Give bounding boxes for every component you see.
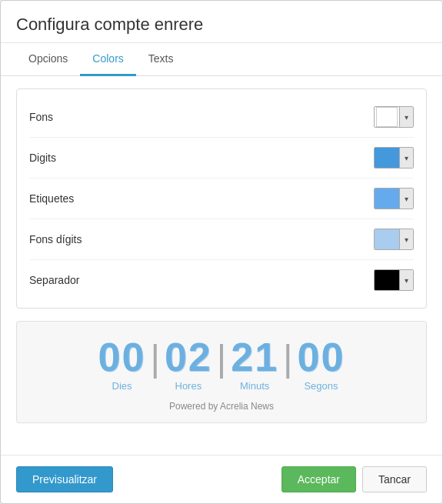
cancel-button[interactable]: Tancar xyxy=(362,466,427,492)
color-dropdown-arrow-fons-digits: ▾ xyxy=(399,229,413,249)
color-swatch-separador xyxy=(375,270,399,290)
accept-button[interactable]: Acceptar xyxy=(281,466,356,492)
color-swatch-fons xyxy=(376,107,398,127)
tabs-bar: Opcions Colors Texts xyxy=(1,43,442,76)
color-label-digits: Digits xyxy=(29,152,56,164)
color-picker-fons-digits[interactable]: ▾ xyxy=(374,229,414,250)
footer-right: Acceptar Tancar xyxy=(281,466,427,492)
powered-by: Powered by Acrelia News xyxy=(169,401,274,412)
color-row-digits: Digits ▾ xyxy=(29,138,414,179)
color-dropdown-arrow-etiquetes: ▾ xyxy=(399,189,413,209)
separator-2: | xyxy=(212,340,231,377)
countdown-label-hores: Hores xyxy=(175,380,202,392)
countdown-unit-dies: 00 Dies xyxy=(98,337,146,392)
color-row-etiquetes: Etiquetes ▾ xyxy=(29,179,414,219)
color-swatch-digits xyxy=(375,148,399,168)
color-swatch-fons-digits xyxy=(375,229,399,249)
dialog: Configura compte enrere Opcions Colors T… xyxy=(0,0,443,504)
color-label-etiquetes: Etiquetes xyxy=(29,192,74,205)
preview-section: 00 Dies | 02 Hores | 21 Minuts | 00 Sego… xyxy=(16,321,427,423)
color-swatch-etiquetes xyxy=(375,189,399,209)
color-label-fons-digits: Fons dígits xyxy=(29,233,82,245)
countdown-label-minuts: Minuts xyxy=(240,380,269,392)
color-label-fons: Fons xyxy=(29,111,53,123)
tab-opcions[interactable]: Opcions xyxy=(16,43,80,76)
color-dropdown-arrow-separador: ▾ xyxy=(399,270,413,290)
color-row-fons-digits: Fons dígits ▾ xyxy=(29,219,414,260)
color-row-separador: Separador ▾ xyxy=(29,260,414,300)
color-row-fons: Fons ▾ xyxy=(29,97,414,138)
dialog-footer: Previsualitzar Acceptar Tancar xyxy=(1,455,442,503)
tab-texts[interactable]: Texts xyxy=(136,43,186,76)
color-dropdown-arrow-fons: ▾ xyxy=(399,107,413,127)
countdown-unit-hores: 02 Hores xyxy=(165,337,212,392)
color-picker-etiquetes[interactable]: ▾ xyxy=(374,188,414,209)
countdown-unit-minuts: 21 Minuts xyxy=(231,337,278,392)
countdown-digits-hores: 02 xyxy=(165,337,212,377)
color-picker-separador[interactable]: ▾ xyxy=(374,269,414,291)
color-section: Fons ▾ Digits ▾ Etiquetes ▾ xyxy=(16,88,427,309)
countdown-digits-minuts: 21 xyxy=(231,337,278,377)
countdown-unit-segons: 00 Segons xyxy=(298,337,345,392)
countdown-digits-segons: 00 xyxy=(298,337,345,377)
dialog-title: Configura compte enrere xyxy=(16,15,427,35)
separator-1: | xyxy=(145,340,164,377)
separator-3: | xyxy=(278,340,297,377)
color-dropdown-arrow-digits: ▾ xyxy=(399,148,413,168)
dialog-header: Configura compte enrere xyxy=(1,1,442,43)
color-picker-fons[interactable]: ▾ xyxy=(374,106,414,128)
color-label-separador: Separador xyxy=(29,274,79,286)
dialog-body: Fons ▾ Digits ▾ Etiquetes ▾ xyxy=(1,76,442,455)
countdown-label-dies: Dies xyxy=(112,380,132,392)
countdown-label-segons: Segons xyxy=(304,380,338,392)
countdown-row: 00 Dies | 02 Hores | 21 Minuts | 00 Sego… xyxy=(98,337,345,392)
countdown-digits-dies: 00 xyxy=(98,337,146,377)
preview-button[interactable]: Previsualitzar xyxy=(16,466,113,492)
tab-colors[interactable]: Colors xyxy=(80,43,135,76)
color-picker-digits[interactable]: ▾ xyxy=(374,147,414,169)
